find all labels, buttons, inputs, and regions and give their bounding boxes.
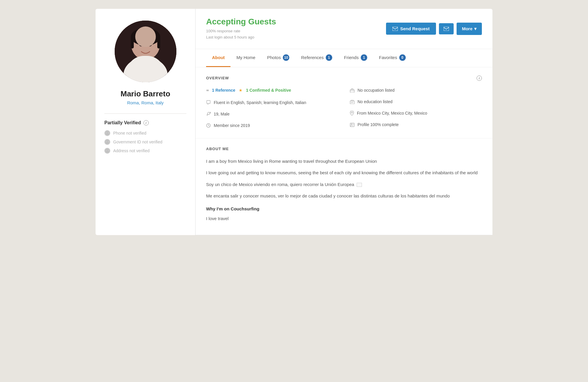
tab-about[interactable]: About [206,49,230,67]
svg-point-13 [107,141,108,142]
verify-icon-address [104,148,110,154]
svg-rect-7 [157,37,160,48]
accepting-guests-status: Accepting Guests [206,17,276,26]
tab-my-home[interactable]: My Home [230,49,261,67]
overview-header: OVERVIEW i [206,76,482,81]
svg-point-4 [148,42,152,46]
photos-badge: 10 [283,54,289,61]
overview-languages: Fluent in English, Spanish; learning Eng… [206,100,338,107]
svg-rect-8 [140,58,151,75]
friends-badge: 1 [361,54,367,61]
envelope-icon [444,27,449,31]
references-link[interactable]: 1 Reference [212,88,235,93]
sidebar: Mario Barreto Roma, Roma, Italy Partiall… [96,9,196,235]
why-couchsurfing-text: I love travel [206,215,482,222]
more-button[interactable]: More ▾ [457,23,482,35]
overview-member-since: Member since 2019 [206,123,338,130]
more-chevron-icon: ▾ [474,26,477,31]
confirmed-positive: 1 Confirmed & Positive [246,88,291,93]
overview-age-gender: 19, Male [206,111,338,118]
verification-item-phone: Phone not verified [104,130,186,136]
about-en-2: I love going out and getting to know mus… [206,169,482,177]
suitcase-icon [350,88,355,95]
about-en-1: I am a boy from Mexico living in Rome wa… [206,158,482,165]
svg-rect-9 [141,59,150,73]
quote-icon: ❝ [206,88,209,96]
verification-list: Phone not verified Government ID not ver… [104,130,186,157]
svg-rect-20 [350,90,354,93]
svg-point-5 [131,28,160,46]
tab-friends[interactable]: Friends 1 [338,49,373,67]
verification-item-gov-id: Government ID not verified [104,139,186,145]
speech-icon [206,100,211,107]
svg-point-27 [351,124,352,125]
more-label: More [462,26,472,31]
education-text: No education listed [358,99,392,105]
verify-icon-phone [104,130,110,136]
svg-rect-26 [350,123,354,127]
send-request-button[interactable]: Send Request [386,23,436,35]
languages-text: Fluent in English, Spanish; learning Eng… [214,100,306,106]
overview-from: From Mexico City, Mexico City, Mexico [350,110,482,118]
header-meta: 100% response rate Last login about 5 ho… [206,28,276,41]
svg-rect-22 [350,101,354,104]
verify-label-gov-id: Government ID not verified [113,140,162,144]
overview-right: No occupation listed No educat [350,87,482,130]
header-left: Accepting Guests 100% response rate Last… [206,17,276,41]
profile-complete-icon [350,122,355,129]
gender-icon [206,111,211,118]
favorites-badge: 0 [399,54,406,61]
star-icon: ★ [239,88,243,93]
svg-point-25 [351,112,353,113]
avatar-image [115,21,176,82]
tab-references[interactable]: References 1 [295,49,338,67]
profile-nav: About My Home Photos 10 References 1 Fri… [196,49,492,67]
overview-occupation: No occupation listed [350,87,482,95]
last-login: Last login about 5 hours ago [206,34,276,41]
overview-profile-complete: Profile 100% complete [350,122,482,129]
about-me-title: ABOUT ME [206,147,229,151]
verification-label: Partially Verified [104,120,141,125]
age-gender-text: 19, Male [214,111,230,117]
occupation-text: No occupation listed [358,87,395,93]
svg-point-2 [131,31,160,60]
translation-flag [357,183,362,187]
overview-info-icon[interactable]: i [477,76,482,81]
why-couchsurfing-label: Why I'm on Couchsurfing [206,205,482,213]
verify-icon-gov-id [104,139,110,145]
user-location: Roma, Roma, Italy [127,100,163,105]
overview-references-row: ❝ 1 Reference ★ 1 Confirmed & Positive [206,87,338,96]
page-layout: Mario Barreto Roma, Roma, Italy Partiall… [96,9,492,235]
from-text: From Mexico City, Mexico City, Mexico [357,110,427,116]
svg-rect-17 [444,27,449,31]
calendar-icon [206,123,211,130]
about-es-1: Soy un chico de Mexico viviendo en roma,… [206,181,482,188]
education-icon [350,99,355,106]
verify-label-address: Address not verified [113,148,150,153]
about-me-text: I am a boy from Mexico living in Rome wa… [206,158,482,222]
member-since-text: Member since 2019 [214,123,250,129]
overview-education: No education listed [350,99,482,106]
location-icon [350,110,354,118]
profile-header: Accepting Guests 100% response rate Last… [196,9,492,49]
send-request-icon [392,27,398,31]
tab-photos[interactable]: Photos 10 [261,49,295,67]
about-es-2: Me encanta salir y conocer museos, ver l… [206,192,482,200]
overview-title: OVERVIEW [206,76,229,80]
info-icon[interactable]: i [143,120,149,125]
main-content: Accepting Guests 100% response rate Last… [196,9,492,235]
svg-rect-16 [392,27,398,31]
tab-favorites[interactable]: Favorites 0 [373,49,412,67]
references-badge: 1 [326,54,332,61]
verification-title: Partially Verified i [104,120,149,125]
svg-point-15 [107,150,108,151]
header-actions: Send Request More ▾ [386,23,482,35]
verify-label-phone: Phone not verified [113,131,146,135]
verification-item-address: Address not verified [104,148,186,154]
svg-point-11 [107,132,108,133]
send-request-label: Send Request [400,26,430,31]
overview-grid: ❝ 1 Reference ★ 1 Confirmed & Positive [206,87,482,130]
message-button[interactable] [439,23,454,34]
about-me-header: ABOUT ME [206,147,482,151]
profile-complete-text: Profile 100% complete [358,122,399,128]
